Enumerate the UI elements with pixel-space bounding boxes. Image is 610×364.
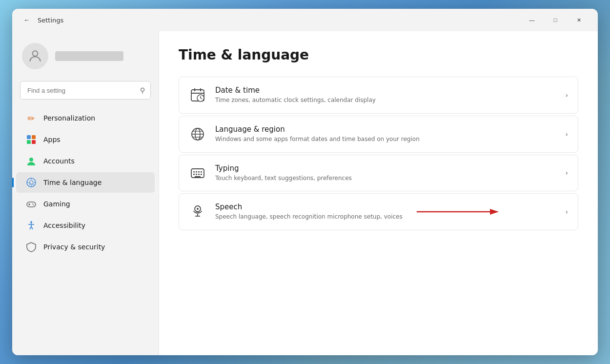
language-region-title: Language & region: [215, 125, 556, 134]
window-title: Settings: [38, 17, 63, 24]
nav-label-personalization: Personalization: [43, 114, 95, 122]
typing-title: Typing: [215, 164, 556, 173]
language-region-card[interactable]: A Language & region Windows and some app…: [179, 116, 578, 153]
svg-rect-14: [27, 202, 36, 207]
nav-item-personalization[interactable]: ✏️ Personalization: [16, 108, 155, 128]
sidebar: ⚲ ✏️ Personalization Apps: [12, 31, 159, 355]
personalization-icon: ✏️: [26, 113, 37, 123]
nav-label-gaming: Gaming: [43, 200, 70, 208]
settings-window: ← Settings — □ ✕ ⚲: [12, 9, 598, 355]
date-time-text: Date & time Time zones, automatic clock …: [215, 86, 556, 104]
svg-rect-44: [198, 174, 200, 175]
nav-label-apps: Apps: [43, 136, 61, 143]
typing-desc: Touch keyboard, text suggestions, prefer…: [215, 174, 556, 182]
svg-point-18: [33, 204, 34, 205]
titlebar: ← Settings — □ ✕: [12, 9, 598, 31]
nav-item-apps[interactable]: Apps: [16, 129, 155, 150]
svg-text:A: A: [199, 136, 202, 141]
nav-label-accounts: Accounts: [43, 157, 75, 165]
svg-rect-45: [201, 174, 202, 175]
page-title: Time & language: [179, 47, 578, 63]
date-time-card[interactable]: Date & time Time zones, automatic clock …: [179, 77, 578, 114]
svg-rect-41: [201, 171, 202, 173]
back-button[interactable]: ←: [20, 13, 34, 27]
apps-icon: [26, 134, 37, 145]
search-input[interactable]: [20, 81, 151, 100]
svg-text:あ: あ: [32, 182, 34, 185]
annotation-arrow: [412, 206, 500, 218]
search-icon: ⚲: [140, 86, 145, 94]
search-box: ⚲: [20, 81, 151, 100]
language-region-text: Language & region Windows and some apps …: [215, 125, 556, 143]
svg-marker-52: [490, 209, 499, 215]
typing-icon: [189, 164, 206, 182]
svg-rect-40: [198, 171, 200, 173]
speech-desc: Speech language, speech recognition micr…: [215, 213, 556, 221]
privacy-icon: [26, 242, 37, 252]
svg-point-5: [29, 158, 33, 162]
language-region-chevron: ›: [565, 130, 568, 138]
accessibility-icon: [26, 220, 37, 231]
user-name-placeholder: [55, 51, 123, 61]
speech-card[interactable]: Speech Speech language, speech recogniti…: [179, 193, 578, 230]
date-time-title: Date & time: [215, 86, 556, 95]
speech-chevron: ›: [565, 208, 568, 216]
language-region-desc: Windows and some apps format dates and t…: [215, 135, 556, 143]
nav-label-accessibility: Accessibility: [43, 222, 85, 229]
svg-rect-4: [32, 140, 36, 144]
accounts-icon: [26, 156, 37, 166]
svg-line-23: [31, 226, 33, 229]
nav-item-time-language[interactable]: A あ Time & language: [16, 172, 155, 193]
date-time-icon: [189, 86, 206, 104]
svg-rect-46: [195, 176, 201, 177]
main-content: ⚲ ✏️ Personalization Apps: [12, 31, 598, 355]
nav-item-privacy-security[interactable]: Privacy & security: [16, 237, 155, 257]
speech-text: Speech Speech language, speech recogniti…: [215, 202, 556, 221]
svg-point-17: [32, 203, 33, 204]
svg-rect-3: [27, 140, 31, 144]
typing-chevron: ›: [565, 169, 568, 177]
nav-item-accounts[interactable]: Accounts: [16, 151, 155, 171]
svg-rect-38: [193, 171, 195, 173]
minimize-button[interactable]: —: [521, 12, 543, 28]
user-profile: [12, 39, 159, 79]
avatar: [22, 43, 48, 69]
speech-icon: [189, 203, 206, 221]
maximize-button[interactable]: □: [544, 12, 567, 28]
gaming-icon: [26, 199, 37, 209]
svg-rect-43: [196, 174, 197, 175]
date-time-desc: Time zones, automatic clock settings, ca…: [215, 96, 556, 104]
svg-rect-2: [32, 135, 36, 139]
window-controls: — □ ✕: [521, 12, 590, 28]
nav-label-privacy-security: Privacy & security: [43, 243, 105, 251]
content-area: Time & language Date & time: [159, 31, 598, 355]
typing-text: Typing Touch keyboard, text suggestions,…: [215, 164, 556, 182]
nav-label-time-language: Time & language: [43, 179, 102, 186]
time-language-icon: A あ: [26, 177, 37, 188]
svg-rect-1: [27, 135, 31, 139]
avatar-icon: [27, 48, 43, 64]
language-region-icon: A: [189, 125, 206, 143]
svg-point-0: [33, 51, 38, 56]
svg-rect-42: [193, 174, 195, 175]
svg-point-48: [197, 208, 199, 210]
close-button[interactable]: ✕: [568, 12, 590, 28]
svg-rect-39: [196, 171, 197, 173]
svg-point-19: [30, 221, 32, 223]
speech-title: Speech: [215, 202, 556, 211]
nav-item-gaming[interactable]: Gaming: [16, 194, 155, 214]
nav-item-accessibility[interactable]: Accessibility: [16, 215, 155, 236]
date-time-chevron: ›: [565, 91, 568, 99]
typing-card[interactable]: Typing Touch keyboard, text suggestions,…: [179, 155, 578, 192]
